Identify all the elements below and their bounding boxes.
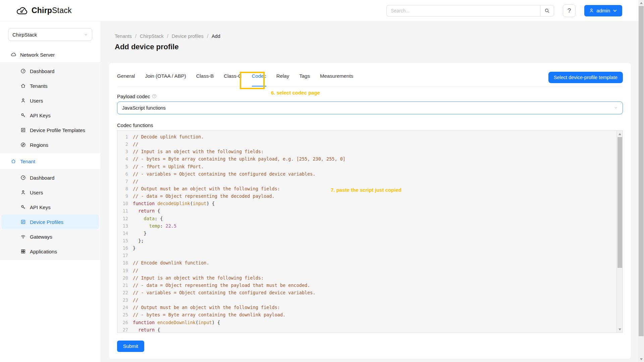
main-content: Tenants/ChirpStack/Device profiles/Add A… (100, 21, 638, 362)
tab-general[interactable]: General (117, 71, 135, 86)
tabs-bar: GeneralJoin (OTAA / ABP)Class-BClass-CCo… (117, 71, 623, 86)
code-line: 23// (117, 296, 623, 304)
tab-measurements[interactable]: Measurements (320, 71, 353, 86)
line-code: // - variables = Object containing the c… (133, 289, 316, 296)
code-line: 22// - variables = Object containing the… (117, 289, 623, 296)
breadcrumb-chirpstack[interactable]: ChirpStack (140, 34, 164, 39)
sidebar-item-api-keys[interactable]: API Keys (1, 108, 99, 123)
breadcrumb-add: Add (212, 34, 220, 39)
sidebar-item-label: Regions (30, 142, 48, 148)
help-circle-icon[interactable] (152, 94, 157, 99)
editor-scrollbar-thumb[interactable] (618, 137, 622, 268)
code-line: 16} (117, 244, 623, 252)
line-code: // (133, 267, 138, 274)
sidebar-group-tenant[interactable]: Tenant (0, 154, 100, 169)
line-code: } (133, 230, 147, 237)
grid-icon (20, 249, 26, 254)
brand-bold: Chirp (32, 6, 52, 15)
sidebar-item-users[interactable]: Users (1, 185, 99, 200)
sidebar-item-dashboard[interactable]: Dashboard (1, 64, 99, 78)
sidebar-item-device-profiles[interactable]: Device Profiles (1, 215, 99, 229)
line-code: // (133, 178, 138, 185)
editor-scroll-up-icon[interactable] (617, 131, 623, 137)
help-button[interactable]: ? (563, 4, 576, 17)
breadcrumb-device-profiles[interactable]: Device profiles (172, 34, 204, 39)
tab-relay[interactable]: Relay (276, 71, 289, 86)
tab-join-otaa-abp[interactable]: Join (OTAA / ABP) (145, 71, 186, 86)
code-line: 26function encodeDownlink(input) { (117, 319, 623, 326)
tabs: GeneralJoin (OTAA / ABP)Class-BClass-CCo… (117, 71, 353, 86)
search-icon (544, 8, 550, 13)
breadcrumb-separator: / (135, 34, 137, 39)
search-input[interactable] (386, 5, 540, 16)
line-code: // (133, 296, 138, 304)
line-code: // - data = Object representing the payl… (133, 282, 310, 289)
tab-codec[interactable]: Codec (252, 71, 266, 86)
key-icon (20, 204, 26, 210)
sliders-icon (20, 219, 26, 225)
tab-class-c[interactable]: Class-C (224, 71, 241, 86)
submit-button[interactable]: Submit (117, 341, 144, 352)
sidebar-item-users[interactable]: Users (1, 93, 99, 108)
code-line: 18// Encode downlink function. (117, 259, 623, 266)
chevron-down-icon (612, 8, 618, 13)
sidebar-item-gateways[interactable]: Gateways (1, 229, 99, 244)
code-lines: 1// Decode uplink function.2//3// Input … (117, 133, 623, 333)
line-number: 18 (117, 259, 133, 266)
editor-scroll-down-icon[interactable] (617, 326, 623, 332)
search-button[interactable] (540, 5, 554, 16)
sidebar-item-api-keys[interactable]: API Keys (1, 200, 99, 215)
sidebar-group-label: Network Server (20, 52, 55, 58)
brand-text: ChirpStack (32, 6, 72, 15)
line-number: 12 (117, 215, 133, 222)
tenant-selector[interactable]: ChirpStack (8, 28, 92, 41)
sidebar-item-dashboard[interactable]: Dashboard (1, 170, 99, 185)
device-profile-card: GeneralJoin (OTAA / ABP)Class-BClass-CCo… (109, 63, 631, 359)
code-line: 24// Output must be an object with the f… (117, 304, 623, 311)
sidebar-item-applications[interactable]: Applications (1, 244, 99, 259)
breadcrumb: Tenants/ChirpStack/Device profiles/Add (115, 34, 220, 39)
select-template-button[interactable]: Select device-profile template (548, 72, 623, 83)
cloud-logo-icon (16, 6, 29, 16)
page-scrollbar-thumb[interactable] (639, 6, 644, 336)
sidebar-item-label: API Keys (30, 204, 51, 210)
cloud-icon (11, 52, 16, 57)
line-number: 4 (117, 155, 133, 163)
code-line: 25// - bytes = Byte array containing the… (117, 311, 623, 318)
payload-codec-select[interactable]: JavaScript functions (117, 102, 623, 114)
admin-menu-button[interactable]: admin (584, 5, 622, 16)
home-icon (11, 159, 16, 164)
sidebar-item-regions[interactable]: Regions (1, 137, 99, 152)
line-code: function encodeDownlink(input) { (133, 319, 220, 326)
user-icon (20, 190, 26, 195)
breadcrumb-tenants[interactable]: Tenants (115, 34, 132, 39)
sidebar-item-label: Applications (30, 249, 57, 254)
codec-editor[interactable]: 1// Decode uplink function.2//3// Input … (117, 130, 623, 333)
code-line: 7// (117, 178, 623, 185)
line-code: // - variables = Object containing the c… (133, 170, 316, 178)
tab-tags[interactable]: Tags (299, 71, 310, 86)
brand-light: Stack (52, 6, 72, 15)
code-line: 6// - variables = Object containing the … (117, 170, 623, 178)
code-line: 21// - data = Object representing the pa… (117, 282, 623, 289)
code-line: 10function decodeUplink(input) { (117, 200, 623, 207)
scroll-up-arrow-icon[interactable] (638, 0, 644, 6)
sidebar-item-device-profile-templates[interactable]: Device Profile Templates (1, 123, 99, 137)
line-number: 13 (117, 222, 133, 230)
line-number: 23 (117, 296, 133, 304)
code-line: 27 return { (117, 326, 623, 333)
sidebar-group-network-server[interactable]: Network Server (0, 47, 100, 62)
editor-scrollbar[interactable] (616, 131, 623, 333)
page-scrollbar[interactable] (638, 0, 644, 362)
line-number: 7 (117, 178, 133, 185)
line-number: 6 (117, 170, 133, 178)
tab-class-b[interactable]: Class-B (196, 71, 214, 86)
scroll-down-arrow-icon[interactable] (638, 356, 644, 362)
payload-codec-value: JavaScript functions (122, 105, 166, 111)
sidebar-group-items: DashboardTenantsUsersAPI KeysDevice Prof… (0, 62, 100, 154)
code-line: 4// - bytes = Byte array containing the … (117, 155, 623, 163)
sidebar-item-tenants[interactable]: Tenants (1, 78, 99, 93)
line-code: data: { (133, 215, 163, 222)
line-number: 22 (117, 289, 133, 296)
line-number: 20 (117, 274, 133, 282)
